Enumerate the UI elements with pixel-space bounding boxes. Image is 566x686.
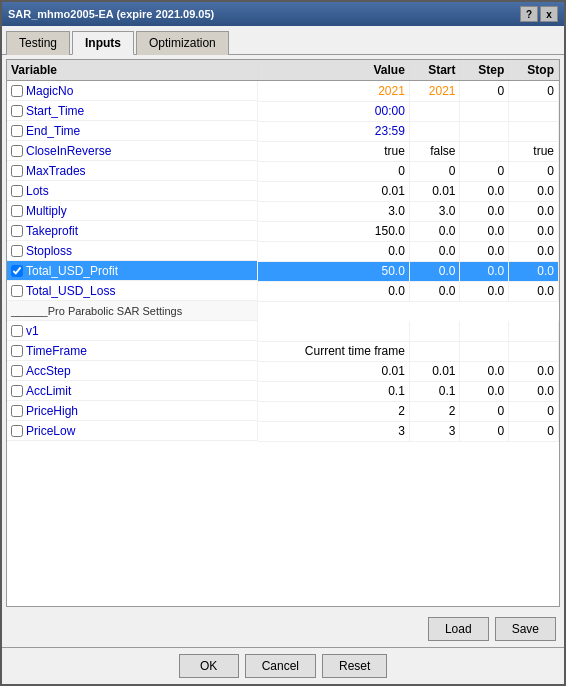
table-row[interactable]: v1 [7, 321, 559, 341]
start-cell: 0 [409, 161, 460, 181]
step-cell: 0.0 [460, 241, 509, 261]
stop-cell [509, 101, 559, 121]
row-checkbox[interactable] [11, 385, 23, 397]
table-row[interactable]: ______Pro Parabolic SAR Settings [7, 301, 559, 321]
var-cell: MagicNo [7, 81, 258, 101]
help-button[interactable]: ? [520, 6, 538, 22]
step-cell: 0 [460, 81, 509, 102]
row-checkbox[interactable] [11, 405, 23, 417]
table-row[interactable]: Stoploss0.00.00.00.0 [7, 241, 559, 261]
row-checkbox[interactable] [11, 325, 23, 337]
table-row[interactable]: Start_Time00:00 [7, 101, 559, 121]
row-checkbox[interactable] [11, 205, 23, 217]
var-cell: Lots [7, 181, 258, 201]
window-title: SAR_mhmo2005-EA (expire 2021.09.05) [8, 8, 214, 20]
table-row[interactable]: Multiply3.03.00.00.0 [7, 201, 559, 221]
stop-cell: 0.0 [509, 281, 559, 301]
start-cell: 0.0 [409, 241, 460, 261]
value-cell: 0.01 [258, 181, 409, 201]
tab-optimization[interactable]: Optimization [136, 31, 229, 55]
value-cell: 3.0 [258, 201, 409, 221]
stop-cell: 0.0 [509, 241, 559, 261]
row-checkbox[interactable] [11, 185, 23, 197]
step-cell [460, 321, 509, 341]
value-cell: true [258, 141, 409, 161]
cancel-button[interactable]: Cancel [245, 654, 316, 678]
var-name: Takeprofit [26, 224, 78, 238]
row-checkbox[interactable] [11, 85, 23, 97]
value-cell [258, 321, 409, 341]
table-row[interactable]: Takeprofit150.00.00.00.0 [7, 221, 559, 241]
row-checkbox[interactable] [11, 285, 23, 297]
table-row[interactable]: End_Time23:59 [7, 121, 559, 141]
ok-button[interactable]: OK [179, 654, 239, 678]
var-name: End_Time [26, 124, 80, 138]
variables-table-container[interactable]: Variable Value Start Step Stop MagicNo20… [6, 59, 560, 607]
var-name: MagicNo [26, 84, 73, 98]
var-cell: AccLimit [7, 381, 258, 401]
tab-inputs[interactable]: Inputs [72, 31, 134, 55]
var-name: Multiply [26, 204, 67, 218]
step-cell: 0 [460, 401, 509, 421]
var-name: Total_USD_Profit [26, 264, 118, 278]
step-cell: 0.0 [460, 361, 509, 381]
stop-cell: 0.0 [509, 201, 559, 221]
var-cell: Takeprofit [7, 221, 258, 241]
tab-content: Variable Value Start Step Stop MagicNo20… [2, 55, 564, 647]
step-cell: 0.0 [460, 281, 509, 301]
row-checkbox[interactable] [11, 345, 23, 357]
step-cell: 0.0 [460, 261, 509, 281]
row-checkbox[interactable] [11, 365, 23, 377]
save-button[interactable]: Save [495, 617, 556, 641]
row-checkbox[interactable] [11, 165, 23, 177]
tab-bar: Testing Inputs Optimization [2, 26, 564, 55]
var-cell: Start_Time [7, 101, 258, 121]
close-button[interactable]: x [540, 6, 558, 22]
table-row[interactable]: TimeFrameCurrent time frame [7, 341, 559, 361]
table-row[interactable]: AccStep0.010.010.00.0 [7, 361, 559, 381]
var-name: Start_Time [26, 104, 84, 118]
table-row[interactable]: PriceLow3300 [7, 421, 559, 441]
start-cell: 0.01 [409, 181, 460, 201]
step-cell [460, 141, 509, 161]
var-name: PriceHigh [26, 404, 78, 418]
step-cell [460, 101, 509, 121]
table-row[interactable]: Total_USD_Profit50.00.00.00.0 [7, 261, 559, 281]
var-cell: PriceLow [7, 421, 258, 441]
table-row[interactable]: PriceHigh2200 [7, 401, 559, 421]
stop-cell [509, 121, 559, 141]
var-name: Stoploss [26, 244, 72, 258]
var-name: v1 [26, 324, 39, 338]
var-cell: Multiply [7, 201, 258, 221]
table-row[interactable]: CloseInReversetruefalsetrue [7, 141, 559, 161]
row-checkbox[interactable] [11, 145, 23, 157]
row-checkbox[interactable] [11, 105, 23, 117]
row-checkbox[interactable] [11, 125, 23, 137]
value-cell: 0 [258, 161, 409, 181]
value-cell: 150.0 [258, 221, 409, 241]
table-row[interactable]: AccLimit0.10.10.00.0 [7, 381, 559, 401]
row-checkbox[interactable] [11, 425, 23, 437]
reset-button[interactable]: Reset [322, 654, 387, 678]
var-cell: CloseInReverse [7, 141, 258, 161]
table-row[interactable]: MagicNo2021202100 [7, 81, 559, 102]
step-cell: 0.0 [460, 181, 509, 201]
table-row[interactable]: Total_USD_Loss0.00.00.00.0 [7, 281, 559, 301]
step-cell: 0.0 [460, 201, 509, 221]
load-button[interactable]: Load [428, 617, 489, 641]
step-cell: 0.0 [460, 381, 509, 401]
stop-cell: 0.0 [509, 361, 559, 381]
table-row[interactable]: MaxTrades0000 [7, 161, 559, 181]
var-cell: Total_USD_Profit [7, 261, 258, 281]
row-checkbox[interactable] [11, 265, 23, 277]
start-cell: 0.0 [409, 221, 460, 241]
footer-buttons: Load Save [2, 611, 564, 647]
stop-cell: 0 [509, 81, 559, 102]
tab-testing[interactable]: Testing [6, 31, 70, 55]
stop-cell [509, 341, 559, 361]
row-checkbox[interactable] [11, 225, 23, 237]
table-row[interactable]: Lots0.010.010.00.0 [7, 181, 559, 201]
value-cell: 2021 [258, 81, 409, 102]
row-checkbox[interactable] [11, 245, 23, 257]
value-cell: 0.1 [258, 381, 409, 401]
